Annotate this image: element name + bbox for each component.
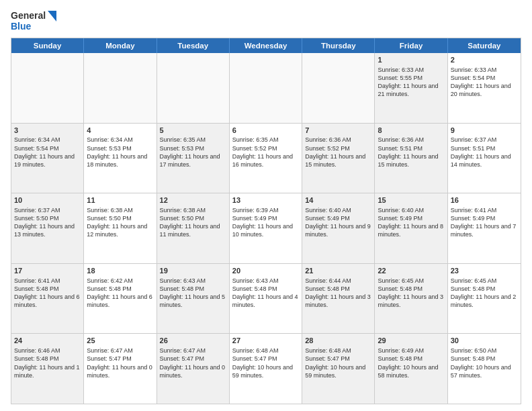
calendar-cell: 29Sunrise: 6:49 AM Sunset: 5:48 PM Dayli… — [375, 334, 447, 404]
day-number: 30 — [451, 336, 518, 346]
day-number: 13 — [232, 195, 299, 205]
calendar-cell: 19Sunrise: 6:43 AM Sunset: 5:48 PM Dayli… — [157, 264, 230, 334]
day-number: 26 — [160, 336, 226, 346]
cell-info: Sunrise: 6:41 AM Sunset: 5:48 PM Dayligh… — [14, 277, 81, 310]
calendar-cell: 16Sunrise: 6:41 AM Sunset: 5:49 PM Dayli… — [448, 193, 521, 263]
calendar-cell: 17Sunrise: 6:41 AM Sunset: 5:48 PM Dayli… — [11, 264, 84, 334]
cell-info: Sunrise: 6:45 AM Sunset: 5:48 PM Dayligh… — [451, 277, 518, 310]
day-number: 29 — [378, 336, 444, 346]
day-number: 9 — [451, 126, 518, 136]
day-number: 20 — [232, 266, 299, 276]
cell-info: Sunrise: 6:50 AM Sunset: 5:48 PM Dayligh… — [451, 347, 518, 379]
day-number: 1 — [378, 55, 444, 65]
cell-info: Sunrise: 6:33 AM Sunset: 5:54 PM Dayligh… — [451, 66, 518, 99]
weekday-header: Sunday — [11, 38, 84, 53]
calendar-row: 24Sunrise: 6:46 AM Sunset: 5:48 PM Dayli… — [11, 333, 521, 404]
cell-info: Sunrise: 6:42 AM Sunset: 5:48 PM Dayligh… — [87, 277, 153, 310]
weekday-header: Saturday — [448, 38, 521, 53]
calendar-body: 1Sunrise: 6:33 AM Sunset: 5:55 PM Daylig… — [11, 53, 521, 404]
calendar-cell: 24Sunrise: 6:46 AM Sunset: 5:48 PM Dayli… — [11, 334, 84, 404]
calendar-header: SundayMondayTuesdayWednesdayThursdayFrid… — [11, 38, 521, 53]
cell-info: Sunrise: 6:43 AM Sunset: 5:48 PM Dayligh… — [232, 277, 299, 310]
day-number: 24 — [14, 336, 81, 346]
cell-info: Sunrise: 6:38 AM Sunset: 5:50 PM Dayligh… — [160, 206, 226, 239]
calendar-row: 17Sunrise: 6:41 AM Sunset: 5:48 PM Dayli… — [11, 263, 521, 334]
svg-text:General: General — [11, 10, 46, 21]
calendar: SundayMondayTuesdayWednesdayThursdayFrid… — [11, 38, 521, 404]
svg-text:Blue: Blue — [11, 21, 32, 32]
cell-info: Sunrise: 6:34 AM Sunset: 5:53 PM Dayligh… — [87, 136, 153, 169]
cell-info: Sunrise: 6:45 AM Sunset: 5:48 PM Dayligh… — [378, 277, 444, 310]
day-number: 22 — [378, 266, 444, 276]
weekday-header: Thursday — [302, 38, 375, 53]
calendar-cell: 5Sunrise: 6:35 AM Sunset: 5:53 PM Daylig… — [157, 124, 230, 193]
calendar-cell: 7Sunrise: 6:36 AM Sunset: 5:52 PM Daylig… — [302, 124, 375, 193]
cell-info: Sunrise: 6:37 AM Sunset: 5:50 PM Dayligh… — [14, 206, 81, 239]
calendar-cell: 18Sunrise: 6:42 AM Sunset: 5:48 PM Dayli… — [84, 264, 157, 334]
logo: GeneralBlue — [11, 8, 58, 32]
cell-info: Sunrise: 6:34 AM Sunset: 5:54 PM Dayligh… — [14, 136, 81, 169]
day-number: 12 — [160, 195, 226, 205]
calendar-cell: 22Sunrise: 6:45 AM Sunset: 5:48 PM Dayli… — [375, 264, 447, 334]
calendar-cell: 30Sunrise: 6:50 AM Sunset: 5:48 PM Dayli… — [448, 334, 521, 404]
calendar-cell: 4Sunrise: 6:34 AM Sunset: 5:53 PM Daylig… — [84, 124, 157, 193]
cell-info: Sunrise: 6:40 AM Sunset: 5:49 PM Dayligh… — [305, 206, 371, 239]
cell-info: Sunrise: 6:35 AM Sunset: 5:52 PM Dayligh… — [232, 136, 299, 169]
cell-info: Sunrise: 6:46 AM Sunset: 5:48 PM Dayligh… — [14, 347, 81, 379]
calendar-cell — [84, 53, 157, 123]
cell-info: Sunrise: 6:39 AM Sunset: 5:49 PM Dayligh… — [232, 206, 299, 239]
calendar-cell: 25Sunrise: 6:47 AM Sunset: 5:47 PM Dayli… — [84, 334, 157, 404]
cell-info: Sunrise: 6:48 AM Sunset: 5:47 PM Dayligh… — [232, 347, 299, 379]
calendar-cell — [230, 53, 302, 123]
day-number: 14 — [305, 195, 371, 205]
weekday-header: Monday — [84, 38, 157, 53]
day-number: 6 — [232, 126, 299, 136]
day-number: 2 — [451, 55, 518, 65]
cell-info: Sunrise: 6:40 AM Sunset: 5:49 PM Dayligh… — [378, 206, 444, 239]
header: GeneralBlue — [11, 8, 521, 32]
calendar-cell — [302, 53, 375, 123]
calendar-cell: 12Sunrise: 6:38 AM Sunset: 5:50 PM Dayli… — [157, 193, 230, 263]
calendar-cell: 14Sunrise: 6:40 AM Sunset: 5:49 PM Dayli… — [302, 193, 375, 263]
day-number: 19 — [160, 266, 226, 276]
day-number: 21 — [305, 266, 371, 276]
cell-info: Sunrise: 6:36 AM Sunset: 5:52 PM Dayligh… — [305, 136, 371, 169]
day-number: 18 — [87, 266, 153, 276]
day-number: 7 — [305, 126, 371, 136]
day-number: 25 — [87, 336, 153, 346]
weekday-header: Friday — [375, 38, 447, 53]
calendar-row: 10Sunrise: 6:37 AM Sunset: 5:50 PM Dayli… — [11, 193, 521, 263]
cell-info: Sunrise: 6:43 AM Sunset: 5:48 PM Dayligh… — [160, 277, 226, 310]
cell-info: Sunrise: 6:35 AM Sunset: 5:53 PM Dayligh… — [160, 136, 226, 169]
day-number: 5 — [160, 126, 226, 136]
calendar-cell: 15Sunrise: 6:40 AM Sunset: 5:49 PM Dayli… — [375, 193, 447, 263]
calendar-cell: 6Sunrise: 6:35 AM Sunset: 5:52 PM Daylig… — [230, 124, 302, 193]
day-number: 17 — [14, 266, 81, 276]
calendar-row: 1Sunrise: 6:33 AM Sunset: 5:55 PM Daylig… — [11, 53, 521, 123]
calendar-cell: 13Sunrise: 6:39 AM Sunset: 5:49 PM Dayli… — [230, 193, 302, 263]
calendar-cell: 27Sunrise: 6:48 AM Sunset: 5:47 PM Dayli… — [230, 334, 302, 404]
day-number: 4 — [87, 126, 153, 136]
day-number: 15 — [378, 195, 444, 205]
cell-info: Sunrise: 6:36 AM Sunset: 5:51 PM Dayligh… — [378, 136, 444, 169]
cell-info: Sunrise: 6:38 AM Sunset: 5:50 PM Dayligh… — [87, 206, 153, 239]
calendar-cell: 23Sunrise: 6:45 AM Sunset: 5:48 PM Dayli… — [448, 264, 521, 334]
day-number: 23 — [451, 266, 518, 276]
calendar-cell: 21Sunrise: 6:44 AM Sunset: 5:48 PM Dayli… — [302, 264, 375, 334]
day-number: 16 — [451, 195, 518, 205]
cell-info: Sunrise: 6:49 AM Sunset: 5:48 PM Dayligh… — [378, 347, 444, 379]
calendar-cell — [11, 53, 84, 123]
calendar-cell: 26Sunrise: 6:47 AM Sunset: 5:47 PM Dayli… — [157, 334, 230, 404]
cell-info: Sunrise: 6:47 AM Sunset: 5:47 PM Dayligh… — [160, 347, 226, 379]
cell-info: Sunrise: 6:48 AM Sunset: 5:47 PM Dayligh… — [305, 347, 371, 379]
day-number: 3 — [14, 126, 81, 136]
day-number: 28 — [305, 336, 371, 346]
day-number: 27 — [232, 336, 299, 346]
cell-info: Sunrise: 6:47 AM Sunset: 5:47 PM Dayligh… — [87, 347, 153, 379]
calendar-cell: 2Sunrise: 6:33 AM Sunset: 5:54 PM Daylig… — [448, 53, 521, 123]
cell-info: Sunrise: 6:37 AM Sunset: 5:51 PM Dayligh… — [451, 136, 518, 169]
calendar-cell: 10Sunrise: 6:37 AM Sunset: 5:50 PM Dayli… — [11, 193, 84, 263]
day-number: 11 — [87, 195, 153, 205]
calendar-cell: 8Sunrise: 6:36 AM Sunset: 5:51 PM Daylig… — [375, 124, 447, 193]
calendar-cell: 3Sunrise: 6:34 AM Sunset: 5:54 PM Daylig… — [11, 124, 84, 193]
